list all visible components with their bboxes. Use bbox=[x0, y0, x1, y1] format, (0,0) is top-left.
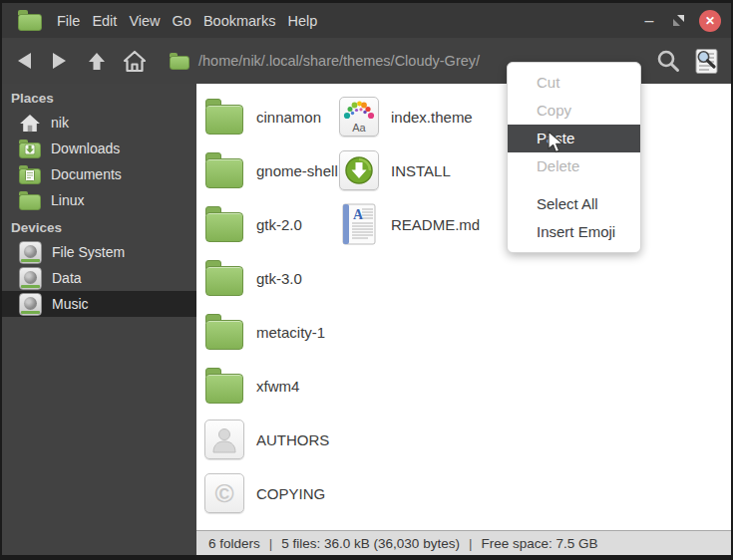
home-icon bbox=[19, 114, 41, 133]
context-menu-select-all[interactable]: Select All bbox=[508, 190, 640, 218]
file-item-gtk-2[interactable]: gtk-2.0 bbox=[202, 197, 338, 251]
file-label: gnome-shell bbox=[256, 162, 338, 179]
file-item-readme[interactable]: A README.md bbox=[337, 197, 480, 251]
file-label: README.md bbox=[391, 216, 480, 233]
content-search-button[interactable] bbox=[689, 44, 723, 78]
forward-button[interactable] bbox=[42, 44, 76, 78]
menu-file[interactable]: File bbox=[51, 7, 86, 35]
folder-icon bbox=[202, 256, 246, 300]
status-free-space: Free space: 7.5 GB bbox=[481, 536, 597, 551]
file-column-2: Aa index.theme bbox=[337, 90, 480, 251]
menu-help[interactable]: Help bbox=[281, 7, 323, 35]
file-label: cinnamon bbox=[256, 109, 321, 126]
drive-icon bbox=[19, 293, 42, 316]
app-folder-icon bbox=[18, 10, 42, 31]
status-separator: | bbox=[469, 536, 473, 551]
theme-aa-text: Aa bbox=[340, 122, 378, 134]
sidebar-item-documents[interactable]: Documents bbox=[2, 161, 196, 187]
menubar-items: File Edit View Go Bookmarks Help bbox=[51, 7, 323, 35]
sidebar-item-nik[interactable]: nik bbox=[2, 110, 196, 136]
context-menu-delete: Delete bbox=[508, 152, 640, 180]
file-item-install[interactable]: INSTALL bbox=[337, 143, 480, 197]
sidebar-item-linux[interactable]: Linux bbox=[2, 187, 196, 213]
status-folder-count: 6 folders bbox=[208, 536, 260, 551]
copying-file-icon: © bbox=[202, 471, 246, 515]
maximize-button[interactable] bbox=[672, 14, 685, 27]
menu-go[interactable]: Go bbox=[167, 7, 197, 35]
file-label: AUTHORS bbox=[256, 431, 329, 448]
folder-icon bbox=[19, 191, 41, 210]
sidebar-item-data[interactable]: Data bbox=[2, 265, 196, 291]
downloads-folder-icon bbox=[19, 140, 41, 158]
install-file-icon bbox=[337, 148, 381, 192]
file-item-gnome-shell[interactable]: gnome-shell bbox=[202, 143, 338, 197]
file-label: index.theme bbox=[391, 109, 473, 126]
file-view[interactable]: cinnamon gnome-shell gtk-2.0 gtk-3.0 bbox=[196, 84, 731, 530]
content-area: cinnamon gnome-shell gtk-2.0 gtk-3.0 bbox=[196, 84, 731, 555]
path-folder-icon bbox=[170, 53, 189, 70]
file-label: INSTALL bbox=[391, 162, 451, 179]
menu-view[interactable]: View bbox=[123, 7, 166, 35]
sidebar-item-downloads[interactable]: Downloads bbox=[2, 136, 196, 161]
file-item-authors[interactable]: AUTHORS bbox=[202, 413, 338, 466]
sidebar-item-label: Data bbox=[52, 270, 82, 286]
authors-file-icon bbox=[202, 418, 246, 461]
sidebar-header-places: Places bbox=[2, 88, 196, 110]
file-manager-window: File Edit View Go Bookmarks Help – ✕ bbox=[0, 0, 733, 560]
mouse-cursor bbox=[544, 131, 565, 158]
file-label: gtk-3.0 bbox=[256, 270, 302, 287]
window-controls: – ✕ bbox=[640, 10, 721, 32]
back-button[interactable] bbox=[8, 44, 42, 78]
drive-icon bbox=[19, 241, 42, 264]
context-menu: Cut Copy Paste Delete Select All Insert … bbox=[507, 62, 641, 253]
context-menu-copy: Copy bbox=[508, 97, 640, 125]
sidebar-item-label: File System bbox=[52, 244, 125, 260]
drive-icon bbox=[19, 267, 42, 290]
folder-icon bbox=[202, 310, 246, 354]
theme-file-icon: Aa bbox=[337, 95, 381, 139]
folder-icon bbox=[202, 202, 246, 246]
file-label: metacity-1 bbox=[256, 324, 325, 341]
file-item-metacity[interactable]: metacity-1 bbox=[202, 305, 338, 359]
file-item-cinnamon[interactable]: cinnamon bbox=[202, 90, 338, 143]
sidebar-item-label: nik bbox=[51, 115, 69, 131]
file-label: gtk-2.0 bbox=[256, 216, 302, 233]
sidebar-item-label: Documents bbox=[51, 166, 122, 182]
copyright-glyph: © bbox=[214, 480, 233, 506]
file-item-copying[interactable]: © COPYING bbox=[202, 466, 338, 520]
minimize-button[interactable]: – bbox=[640, 14, 658, 28]
context-menu-cut: Cut bbox=[508, 69, 640, 97]
context-menu-separator bbox=[508, 180, 640, 190]
menu-bookmarks[interactable]: Bookmarks bbox=[197, 7, 282, 35]
file-column-1: cinnamon gnome-shell gtk-2.0 gtk-3.0 bbox=[202, 90, 338, 520]
folder-icon bbox=[202, 148, 246, 192]
status-file-count: 5 files: 36.0 kB (36,030 bytes) bbox=[281, 536, 460, 551]
home-icon bbox=[123, 50, 147, 73]
current-path: /home/nik/.local/share/themes/Cloudy-Gre… bbox=[198, 53, 480, 69]
status-bar: 6 folders | 5 files: 36.0 kB (36,030 byt… bbox=[196, 530, 731, 555]
file-label: xfwm4 bbox=[256, 378, 299, 395]
sidebar-item-music[interactable]: Music bbox=[2, 291, 196, 317]
menu-edit[interactable]: Edit bbox=[86, 7, 123, 35]
documents-folder-icon bbox=[19, 165, 41, 184]
sidebar-item-label: Linux bbox=[51, 192, 84, 208]
home-button[interactable] bbox=[118, 44, 152, 78]
file-item-xfwm4[interactable]: xfwm4 bbox=[202, 359, 338, 413]
context-menu-insert-emoji[interactable]: Insert Emoji bbox=[508, 218, 640, 246]
up-button[interactable] bbox=[80, 44, 114, 78]
file-label: COPYING bbox=[256, 485, 325, 502]
file-item-index-theme[interactable]: Aa index.theme bbox=[337, 90, 480, 143]
markdown-file-icon: A bbox=[337, 202, 381, 246]
search-button[interactable] bbox=[651, 44, 685, 78]
sidebar-header-devices: Devices bbox=[2, 217, 196, 239]
sidebar: Places nik Downloads bbox=[2, 84, 196, 555]
context-menu-paste[interactable]: Paste bbox=[508, 125, 640, 152]
document-search-icon bbox=[694, 48, 719, 75]
close-button[interactable]: ✕ bbox=[699, 10, 721, 32]
maximize-icon bbox=[672, 14, 685, 27]
sidebar-item-file-system[interactable]: File System bbox=[2, 239, 196, 265]
file-item-gtk-3[interactable]: gtk-3.0 bbox=[202, 251, 338, 305]
sidebar-item-label: Music bbox=[52, 296, 89, 312]
folder-icon bbox=[202, 364, 246, 408]
folder-icon bbox=[202, 95, 246, 139]
